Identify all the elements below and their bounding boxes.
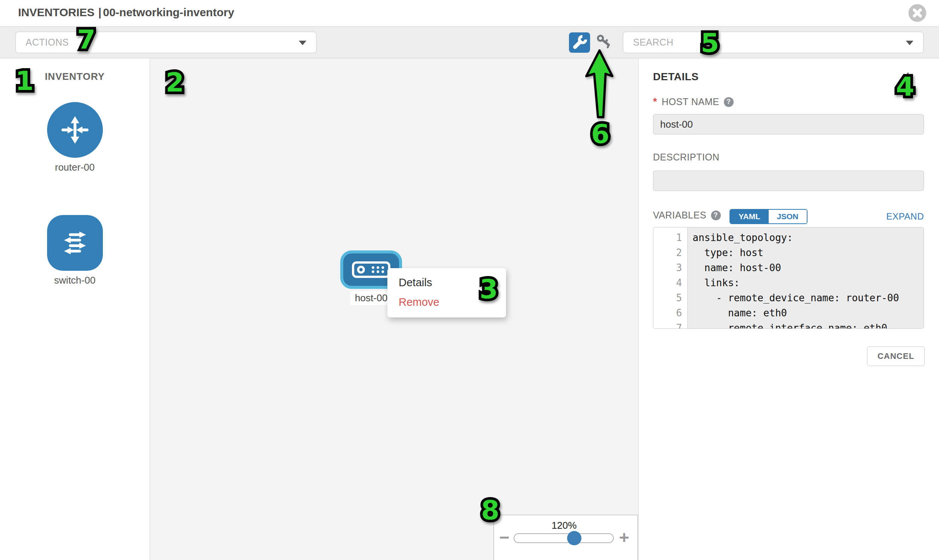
zoom-widget: 120% − + xyxy=(493,515,638,560)
help-icon[interactable]: ? xyxy=(724,97,734,107)
zoom-level: 120% xyxy=(519,520,609,531)
host-node-label: host-00 xyxy=(350,291,392,305)
host-name-label: HOST NAME xyxy=(661,96,719,107)
line-text: remote_interface_name: eth0 xyxy=(687,322,887,329)
line-text: links: xyxy=(687,277,740,288)
caret-down-icon xyxy=(906,41,913,45)
toolbar: ACTIONS SEARCH xyxy=(0,26,939,58)
tab-json[interactable]: JSON xyxy=(769,210,807,223)
code-line: 6 name: eth0 xyxy=(654,305,924,320)
actions-dropdown-label: ACTIONS xyxy=(26,32,69,53)
key-icon xyxy=(595,34,615,52)
code-line: 7 remote_interface_name: eth0 xyxy=(654,320,924,329)
code-line: 5 - remote_device_name: router-00 xyxy=(654,290,924,305)
search-dropdown[interactable]: SEARCH xyxy=(623,32,924,53)
host-name-label-row: * HOST NAME ? xyxy=(653,96,734,108)
line-text: name: eth0 xyxy=(687,307,787,318)
details-panel: DETAILS * HOST NAME ? host-00 DESCRIPTIO… xyxy=(638,58,939,560)
host-name-input[interactable]: host-00 xyxy=(653,114,924,134)
context-menu: Details Remove xyxy=(387,268,506,317)
variables-label-row: VARIABLES ? xyxy=(653,210,721,221)
close-button[interactable] xyxy=(908,4,926,22)
sidebar-item-switch[interactable]: switch-00 xyxy=(0,215,150,286)
line-number: 3 xyxy=(654,262,687,274)
device-label: switch-00 xyxy=(0,275,150,286)
caret-down-icon xyxy=(299,41,306,45)
line-number: 6 xyxy=(654,307,687,318)
line-number: 1 xyxy=(654,232,687,243)
description-label: DESCRIPTION xyxy=(653,152,719,163)
line-text: ansible_topology: xyxy=(687,232,793,243)
variables-format-toggle: YAML JSON xyxy=(729,209,808,224)
actions-dropdown[interactable]: ACTIONS xyxy=(15,32,316,53)
line-text: - remote_device_name: router-00 xyxy=(687,292,899,303)
zoom-slider-track[interactable] xyxy=(513,533,614,543)
code-line: 2 type: host xyxy=(654,245,924,260)
sidebar-item-router[interactable]: router-00 xyxy=(0,102,150,173)
toolbar-mode-button[interactable] xyxy=(569,32,590,53)
description-label-row: DESCRIPTION xyxy=(653,152,719,163)
page-title-inventory-name: 00-networking-inventory xyxy=(103,6,234,18)
code-line: 4 links: xyxy=(654,275,924,290)
inventory-topology-app: INVENTORIES|00-networking-inventory ACTI… xyxy=(0,0,939,560)
inventory-sidebar-title: INVENTORY xyxy=(0,71,150,83)
editor-code-lines: 1ansible_topology: 2 type: host 3 name: … xyxy=(654,230,924,329)
line-text: type: host xyxy=(687,247,763,258)
variables-editor[interactable]: 1ansible_topology: 2 type: host 3 name: … xyxy=(653,227,924,329)
device-label: router-00 xyxy=(0,162,150,173)
page-title-section: INVENTORIES xyxy=(18,6,94,18)
credentials-key-button[interactable] xyxy=(595,34,615,52)
close-icon xyxy=(908,4,926,22)
host-icon xyxy=(352,261,391,278)
cancel-button[interactable]: CANCEL xyxy=(867,346,925,366)
menu-item-remove[interactable]: Remove xyxy=(387,292,506,312)
app-header: INVENTORIES|00-networking-inventory xyxy=(0,0,939,26)
code-line: 1ansible_topology: xyxy=(654,230,924,245)
switch-icon xyxy=(47,215,103,271)
code-line: 3 name: host-00 xyxy=(654,260,924,275)
required-asterisk: * xyxy=(653,96,657,108)
line-number: 7 xyxy=(654,322,687,329)
help-icon[interactable]: ? xyxy=(711,211,721,220)
topology-canvas[interactable]: host-00 Details Remove 120% − + xyxy=(150,58,638,560)
variables-label: VARIABLES xyxy=(653,210,706,221)
line-number: 5 xyxy=(654,292,687,303)
menu-item-details[interactable]: Details xyxy=(387,273,506,292)
search-dropdown-label: SEARCH xyxy=(633,32,673,53)
page-title-separator: | xyxy=(98,6,101,18)
zoom-slider-thumb[interactable] xyxy=(567,531,581,545)
router-icon xyxy=(47,102,103,158)
zoom-in-button[interactable]: + xyxy=(619,529,629,546)
details-panel-title: DETAILS xyxy=(653,71,698,83)
description-input[interactable] xyxy=(653,171,924,191)
line-text: name: host-00 xyxy=(687,262,781,274)
expand-link[interactable]: EXPAND xyxy=(886,211,924,222)
page-title: INVENTORIES|00-networking-inventory xyxy=(18,6,238,19)
tab-yaml[interactable]: YAML xyxy=(730,210,769,223)
line-number: 4 xyxy=(654,277,687,288)
wrench-icon xyxy=(569,32,590,53)
line-number: 2 xyxy=(654,247,687,258)
inventory-sidebar: INVENTORY router-00 xyxy=(0,58,150,560)
zoom-out-button[interactable]: − xyxy=(499,529,509,546)
